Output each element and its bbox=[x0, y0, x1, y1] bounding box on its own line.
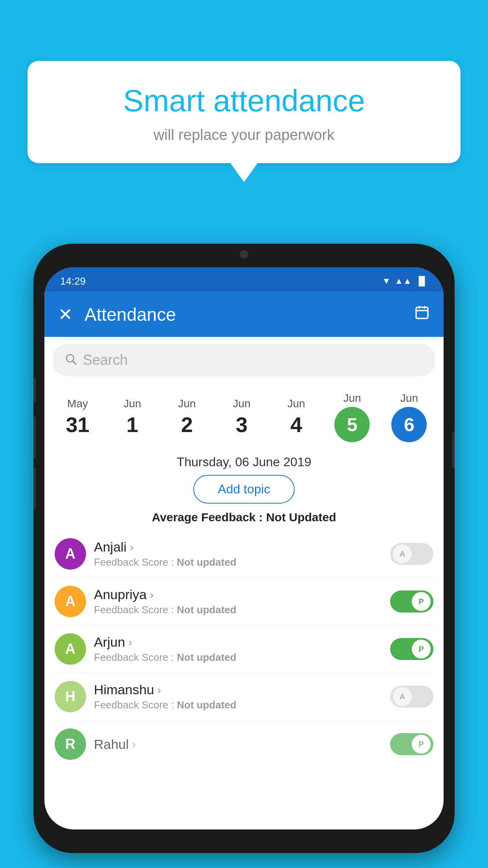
avatar-anupriya: A bbox=[55, 586, 86, 617]
toggle-knob-anupriya: P bbox=[412, 592, 431, 611]
app-bar: ✕ Attendance bbox=[44, 292, 444, 337]
bubble-title: Smart attendance bbox=[51, 83, 437, 120]
bubble-subtitle: will replace your paperwork bbox=[51, 127, 437, 143]
status-time: 14:29 bbox=[60, 275, 86, 287]
toggle-knob-anjali: A bbox=[393, 544, 412, 563]
toggle-knob-himanshu: A bbox=[393, 687, 412, 706]
status-icons: ▼ ▲▲ ▐▌ bbox=[382, 276, 428, 286]
student-info-arjun: Arjun Feedback Score : Not updated bbox=[94, 634, 382, 664]
phone-notch bbox=[216, 244, 272, 265]
power-button bbox=[33, 377, 36, 403]
student-info-anupriya: Anupriya Feedback Score : Not updated bbox=[94, 587, 382, 616]
toggle-anupriya[interactable]: P bbox=[390, 590, 433, 612]
search-placeholder: Search bbox=[83, 352, 128, 368]
volume-up-button bbox=[33, 417, 36, 458]
phone-frame: 14:29 ▼ ▲▲ ▐▌ ✕ Attendance bbox=[33, 244, 455, 853]
front-camera bbox=[240, 250, 248, 259]
volume-down-button bbox=[33, 468, 36, 509]
date-jun2[interactable]: Jun 2 bbox=[163, 393, 211, 441]
signal-icon: ▲▲ bbox=[394, 276, 412, 286]
close-button[interactable]: ✕ bbox=[58, 304, 73, 324]
student-item-anjali[interactable]: A Anjali Feedback Score : Not updated A bbox=[51, 530, 437, 578]
avatar-anjali: A bbox=[55, 538, 86, 570]
student-name-arjun: Arjun bbox=[94, 634, 382, 650]
toggle-anjali[interactable]: A bbox=[390, 543, 433, 565]
selected-date: Thursday, 06 June 2019 bbox=[44, 451, 444, 475]
phone-screen: 14:29 ▼ ▲▲ ▐▌ ✕ Attendance bbox=[44, 267, 444, 829]
student-name-anupriya: Anupriya bbox=[94, 587, 382, 602]
avg-feedback: Average Feedback : Not Updated bbox=[44, 511, 444, 524]
student-item-himanshu[interactable]: H Himanshu Feedback Score : Not updated … bbox=[51, 673, 437, 721]
wifi-icon: ▼ bbox=[382, 276, 391, 286]
toggle-knob-partial: P bbox=[412, 735, 431, 754]
student-item-arjun[interactable]: A Arjun Feedback Score : Not updated P bbox=[51, 625, 437, 673]
toggle-arjun[interactable]: P bbox=[390, 638, 433, 660]
avatar-himanshu: H bbox=[55, 681, 86, 712]
svg-rect-0 bbox=[416, 307, 428, 318]
date-selector: May 31 Jun 1 Jun 2 Jun 3 Jun 4 bbox=[44, 383, 444, 451]
student-feedback-himanshu: Feedback Score : Not updated bbox=[94, 699, 382, 711]
app-title: Attendance bbox=[84, 304, 402, 325]
student-info-anjali: Anjali Feedback Score : Not updated bbox=[94, 539, 382, 568]
avatar-arjun: A bbox=[55, 633, 86, 665]
student-item-partial: R Rahul P bbox=[51, 721, 437, 768]
student-name-himanshu: Himanshu bbox=[94, 682, 382, 697]
date-jun3[interactable]: Jun 3 bbox=[218, 393, 265, 441]
student-info-partial: Rahul bbox=[94, 737, 382, 752]
date-jun4[interactable]: Jun 4 bbox=[273, 393, 320, 441]
toggle-knob-arjun: P bbox=[412, 640, 431, 658]
battery-icon: ▐▌ bbox=[416, 276, 428, 286]
student-feedback-arjun: Feedback Score : Not updated bbox=[94, 651, 382, 664]
student-feedback-anjali: Feedback Score : Not updated bbox=[94, 556, 382, 568]
add-topic-button[interactable]: Add topic bbox=[193, 475, 294, 504]
date-jun6[interactable]: Jun 6 bbox=[384, 387, 434, 447]
student-list: A Anjali Feedback Score : Not updated A … bbox=[44, 530, 444, 768]
avatar-partial: R bbox=[55, 728, 86, 760]
date-jun1[interactable]: Jun 1 bbox=[109, 393, 156, 441]
student-item-anupriya[interactable]: A Anupriya Feedback Score : Not updated … bbox=[51, 578, 437, 625]
svg-line-5 bbox=[73, 361, 76, 364]
search-bar[interactable]: Search bbox=[53, 344, 435, 376]
student-feedback-anupriya: Feedback Score : Not updated bbox=[94, 604, 382, 616]
student-name-partial: Rahul bbox=[94, 737, 382, 752]
search-icon bbox=[65, 353, 77, 367]
status-bar: 14:29 ▼ ▲▲ ▐▌ bbox=[44, 267, 444, 292]
side-button-right bbox=[452, 432, 455, 468]
toggle-himanshu[interactable]: A bbox=[390, 686, 433, 708]
speech-bubble: Smart attendance will replace your paper… bbox=[28, 61, 460, 163]
student-name-anjali: Anjali bbox=[94, 539, 382, 555]
date-may31[interactable]: May 31 bbox=[54, 393, 101, 441]
student-info-himanshu: Himanshu Feedback Score : Not updated bbox=[94, 682, 382, 711]
toggle-partial[interactable]: P bbox=[390, 733, 433, 755]
calendar-icon[interactable] bbox=[414, 305, 430, 324]
date-jun5[interactable]: Jun 5 bbox=[327, 387, 377, 447]
